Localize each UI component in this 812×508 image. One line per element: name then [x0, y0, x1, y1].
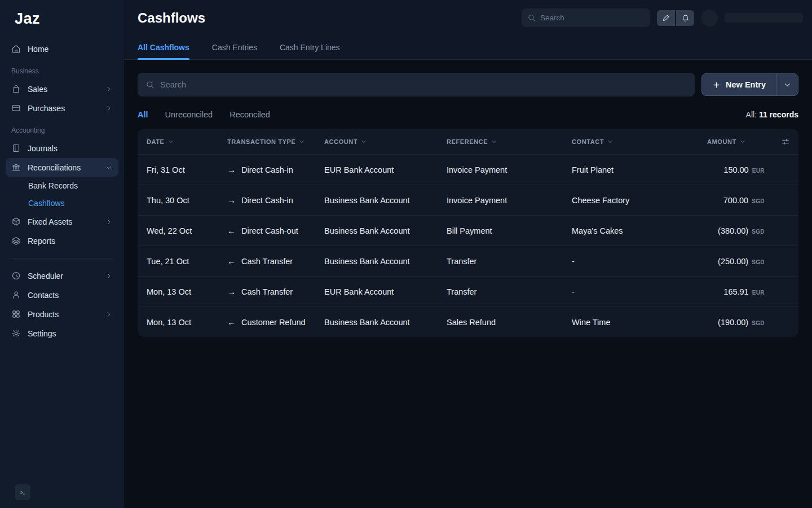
- notifications-button[interactable]: [676, 10, 694, 26]
- cell-date: Wed, 22 Oct: [147, 226, 227, 235]
- amount-value: (250.00): [718, 257, 748, 266]
- gear-icon: [11, 329, 21, 338]
- sidebar-item-label: Reports: [28, 237, 55, 246]
- transaction-type-label: Direct Cash-out: [241, 226, 298, 235]
- table-row[interactable]: Fri, 31 Oct →Direct Cash-in EUR Bank Acc…: [138, 154, 798, 185]
- sidebar-subitem-cashflows[interactable]: Cashflows: [6, 195, 118, 212]
- sort-chevron-icon: [607, 138, 614, 145]
- sidebar-item-journals[interactable]: Journals: [6, 139, 118, 157]
- transaction-type-label: Customer Refund: [241, 318, 306, 327]
- sidebar-item-sales[interactable]: Sales: [6, 80, 118, 98]
- cell-amount: 165.91EUR: [707, 287, 765, 296]
- cell-reference: Transfer: [447, 257, 572, 266]
- pen-icon: [662, 14, 670, 22]
- cell-transaction-type: →Direct Cash-in: [227, 195, 324, 205]
- filter-reconciled[interactable]: Reconciled: [230, 110, 270, 119]
- cell-account: EUR Bank Account: [324, 287, 447, 296]
- new-entry-button[interactable]: New Entry: [701, 73, 776, 96]
- column-header-reference[interactable]: Reference: [447, 138, 572, 145]
- sidebar-divider: [11, 258, 113, 259]
- global-search-input[interactable]: [540, 14, 645, 22]
- sidebar-item-label: Products: [28, 310, 59, 319]
- bank-icon: [11, 163, 21, 172]
- cell-transaction-type: →Direct Cash-in: [227, 165, 324, 174]
- filter-row: All Unreconciled Reconciled All: 11 reco…: [138, 110, 798, 119]
- pen-button[interactable]: [657, 10, 675, 26]
- cell-amount: 700.00SGD: [707, 196, 765, 205]
- table-row[interactable]: Thu, 30 Oct →Direct Cash-in Business Ban…: [138, 185, 798, 215]
- header-right: [522, 8, 803, 27]
- search-icon: [145, 80, 155, 89]
- sort-chevron-icon: [167, 138, 174, 145]
- sidebar-item-scheduler[interactable]: Scheduler: [6, 266, 118, 285]
- avatar[interactable]: [701, 10, 718, 27]
- cash-in-arrow-icon: →: [227, 287, 236, 296]
- filter-unreconciled[interactable]: Unreconciled: [165, 110, 213, 119]
- cell-transaction-type: ←Cash Transfer: [227, 256, 324, 266]
- cash-out-arrow-icon: ←: [227, 256, 236, 266]
- table-row[interactable]: Wed, 22 Oct ←Direct Cash-out Business Ba…: [138, 215, 798, 246]
- column-header-transaction-type[interactable]: Transaction Type: [227, 138, 324, 145]
- new-entry-dropdown-button[interactable]: [776, 73, 798, 96]
- sidebar-item-products[interactable]: Products: [6, 305, 118, 323]
- sidebar-subitem-bank-records[interactable]: Bank Records: [6, 177, 118, 194]
- grid-icon: [11, 309, 21, 319]
- amount-value: (380.00): [718, 226, 748, 235]
- journals-icon: [11, 143, 21, 153]
- transaction-type-label: Direct Cash-in: [241, 196, 293, 205]
- app-logo: Jaz: [0, 0, 124, 36]
- column-header-amount[interactable]: Amount: [707, 138, 765, 145]
- column-label: Transaction Type: [227, 138, 295, 145]
- sidebar-item-home[interactable]: Home: [6, 40, 118, 58]
- sidebar-item-label: Journals: [28, 144, 58, 153]
- transaction-type-label: Cash Transfer: [241, 287, 293, 296]
- tab-cash-entries[interactable]: Cash Entries: [212, 36, 257, 59]
- sidebar-item-reconciliations[interactable]: Reconciliations: [6, 158, 118, 177]
- column-label: Date: [147, 138, 165, 145]
- sidebar-item-purchases[interactable]: Purchases: [6, 99, 118, 117]
- column-header-contact[interactable]: Contact: [572, 138, 707, 145]
- table-row[interactable]: Mon, 13 Oct ←Customer Refund Business Ba…: [138, 306, 798, 337]
- tab-all-cashflows[interactable]: All Cashflows: [138, 36, 189, 59]
- cell-contact: Wine Time: [572, 318, 707, 327]
- column-settings-button[interactable]: [781, 137, 790, 146]
- terminal-button[interactable]: [15, 484, 30, 500]
- cell-amount: (250.00)SGD: [707, 257, 765, 266]
- global-search[interactable]: [522, 8, 650, 27]
- cell-amount: (190.00)SGD: [707, 318, 765, 327]
- filter-all[interactable]: All: [138, 110, 148, 119]
- terminal-icon: [19, 488, 27, 497]
- sidebar-item-label: Sales: [28, 85, 47, 94]
- sidebar-item-label: Contacts: [28, 291, 59, 300]
- person-icon: [11, 290, 21, 300]
- sliders-icon: [781, 137, 790, 146]
- cell-account: Business Bank Account: [324, 318, 447, 327]
- sidebar-item-contacts[interactable]: Contacts: [6, 286, 118, 304]
- sidebar-item-label: Purchases: [28, 104, 65, 113]
- column-header-date[interactable]: Date: [147, 138, 227, 145]
- table-search-input[interactable]: [160, 80, 687, 89]
- sidebar-item-label: Settings: [28, 329, 56, 338]
- sidebar-item-fixed-assets[interactable]: Fixed Assets: [6, 212, 118, 231]
- chevron-right-icon: [105, 85, 113, 93]
- sort-chevron-icon: [298, 138, 305, 145]
- tab-cash-entry-lines[interactable]: Cash Entry Lines: [280, 36, 340, 59]
- cell-date: Thu, 30 Oct: [147, 196, 227, 205]
- column-label: Reference: [447, 138, 488, 145]
- currency-code: SGD: [752, 320, 765, 326]
- table-search[interactable]: [138, 73, 695, 97]
- cell-date: Mon, 13 Oct: [147, 318, 227, 327]
- currency-code: SGD: [752, 229, 765, 235]
- cell-account: EUR Bank Account: [324, 165, 447, 174]
- sidebar-item-reports[interactable]: Reports: [6, 231, 118, 250]
- column-header-account[interactable]: Account: [324, 138, 447, 145]
- sort-chevron-icon: [491, 138, 497, 145]
- table-row[interactable]: Mon, 13 Oct →Cash Transfer EUR Bank Acco…: [138, 276, 798, 306]
- purchases-icon: [11, 103, 21, 113]
- sort-chevron-icon: [739, 138, 746, 145]
- content: New Entry All Unreconciled Reconciled Al…: [124, 60, 812, 508]
- table-row[interactable]: Tue, 21 Oct ←Cash Transfer Business Bank…: [138, 246, 798, 276]
- sidebar-item-settings[interactable]: Settings: [6, 324, 118, 343]
- currency-code: SGD: [752, 259, 765, 265]
- sort-chevron-icon: [360, 138, 367, 145]
